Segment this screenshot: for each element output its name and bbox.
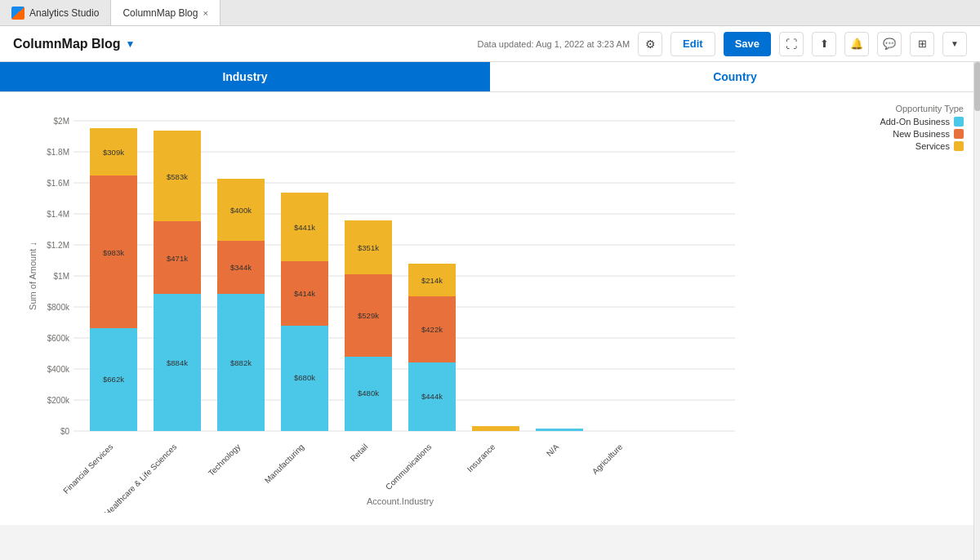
close-icon[interactable]: ×: [203, 8, 207, 18]
svg-text:$400k: $400k: [47, 365, 70, 374]
svg-text:Insurance: Insurance: [466, 442, 497, 473]
y-axis-label: Sum of Amount ↓: [28, 242, 38, 310]
main-content: Industry Country Opportunity Type Add-On…: [0, 62, 980, 525]
svg-text:$414k: $414k: [294, 289, 315, 298]
tab-country[interactable]: Country: [490, 62, 980, 91]
scrollbar-thumb[interactable]: [974, 62, 980, 111]
svg-text:$351k: $351k: [358, 243, 379, 252]
svg-text:Communications: Communications: [384, 442, 433, 491]
svg-text:Technology: Technology: [207, 442, 243, 478]
legend-item-services: Services: [880, 141, 964, 151]
dropdown-icon[interactable]: ▼: [126, 38, 136, 50]
svg-text:$600k: $600k: [47, 334, 70, 343]
svg-text:$309k: $309k: [103, 148, 124, 157]
svg-text:$400k: $400k: [230, 206, 252, 215]
legend-label-services: Services: [915, 141, 950, 151]
tab-bar: Analytics Studio ColumnMap Blog ×: [0, 0, 980, 26]
svg-text:$680k: $680k: [294, 373, 315, 382]
chat-icon: 💬: [883, 38, 896, 50]
share-icon: ⬆: [820, 38, 829, 50]
app-tab-label: Analytics Studio: [29, 7, 99, 19]
page-title: ColumnMap Blog: [13, 37, 121, 51]
svg-text:$214k: $214k: [421, 276, 443, 285]
grid-icon: ⊞: [918, 38, 927, 50]
bar-communications[interactable]: $444k $422k $214k Communications: [384, 264, 456, 491]
svg-text:$1.4M: $1.4M: [47, 210, 69, 219]
save-button[interactable]: Save: [724, 32, 771, 56]
expand-button[interactable]: ⛶: [779, 32, 804, 56]
svg-text:N/A: N/A: [545, 442, 561, 458]
svg-text:$1.2M: $1.2M: [47, 241, 69, 250]
scrollbar[interactable]: [973, 62, 980, 525]
svg-text:$800k: $800k: [47, 303, 70, 312]
legend-title: Opportunity Type: [880, 104, 964, 113]
bar-na[interactable]: N/A: [536, 429, 583, 458]
bar-chart-svg: $0 $200k $400k $600k $800k $1M $1.2M: [24, 104, 882, 513]
chat-button[interactable]: 💬: [877, 32, 902, 56]
svg-text:$2M: $2M: [54, 117, 69, 126]
edit-button[interactable]: Edit: [670, 32, 715, 56]
header-right: Data updated: Aug 1, 2022 at 3:23 AM ⚙ E…: [478, 32, 967, 56]
svg-text:$1.8M: $1.8M: [47, 148, 69, 157]
legend-color-new: [954, 129, 964, 139]
svg-text:$480k: $480k: [358, 389, 379, 398]
svg-text:$583k: $583k: [167, 172, 188, 181]
settings-button[interactable]: ⚙: [638, 32, 662, 56]
svg-text:Healthcare & Life Sciences: Healthcare & Life Sciences: [103, 442, 179, 513]
svg-text:$1M: $1M: [54, 272, 69, 281]
settings-icon: ⚙: [645, 38, 656, 51]
svg-text:$344k: $344k: [230, 263, 252, 272]
svg-text:$983k: $983k: [103, 248, 124, 257]
legend-item-new: New Business: [880, 129, 964, 139]
svg-text:$882k: $882k: [230, 358, 252, 367]
svg-text:Manufacturing: Manufacturing: [263, 442, 306, 486]
app-tab[interactable]: Analytics Studio: [0, 0, 111, 25]
header-left: ColumnMap Blog ▼: [13, 37, 135, 51]
svg-rect-66: [536, 429, 583, 431]
svg-text:Agriculture: Agriculture: [590, 442, 625, 476]
legend-label-new: New Business: [893, 129, 950, 139]
bar-technology[interactable]: $882k $344k $400k Technology: [207, 179, 265, 478]
tab-industry[interactable]: Industry: [0, 62, 490, 91]
legend: Opportunity Type Add-On Business New Bus…: [880, 104, 964, 153]
svg-text:$0: $0: [60, 427, 70, 436]
bar-agriculture[interactable]: Agriculture: [590, 442, 625, 476]
legend-label-addon: Add-On Business: [880, 117, 950, 127]
data-updated-label: Data updated: Aug 1, 2022 at 3:23 AM: [478, 39, 630, 49]
legend-color-services: [954, 141, 964, 151]
app-icon: [11, 7, 24, 20]
svg-text:$884k: $884k: [167, 358, 188, 367]
svg-text:$662k: $662k: [103, 375, 124, 384]
page-tab-label: ColumnMap Blog: [122, 7, 198, 19]
svg-text:$441k: $441k: [294, 223, 315, 232]
chart-area: Opportunity Type Add-On Business New Bus…: [0, 92, 980, 525]
svg-rect-64: [472, 426, 519, 431]
svg-text:$200k: $200k: [47, 396, 70, 405]
chart-tabs: Industry Country: [0, 62, 980, 92]
x-axis-label: Account.Industry: [367, 496, 434, 506]
svg-text:$444k: $444k: [421, 392, 443, 401]
expand-icon: ⛶: [786, 38, 797, 51]
bell-icon: 🔔: [850, 38, 863, 50]
svg-text:$529k: $529k: [358, 311, 379, 320]
svg-text:$422k: $422k: [421, 325, 443, 334]
grid-button[interactable]: ⊞: [910, 32, 934, 56]
svg-text:$471k: $471k: [167, 254, 188, 263]
legend-color-addon: [954, 117, 964, 127]
legend-item-addon: Add-On Business: [880, 117, 964, 127]
bell-button[interactable]: 🔔: [844, 32, 869, 56]
bar-manufacturing[interactable]: $680k $414k $441k Manufacturing: [263, 193, 328, 485]
svg-text:Financial Services: Financial Services: [61, 442, 114, 496]
bar-retail[interactable]: $480k $529k $351k Retail: [345, 220, 392, 464]
share-button[interactable]: ⬆: [812, 32, 836, 56]
more-button[interactable]: ▼: [942, 32, 967, 56]
page-tab[interactable]: ColumnMap Blog ×: [111, 0, 220, 25]
svg-text:Retail: Retail: [349, 442, 370, 464]
header-bar: ColumnMap Blog ▼ Data updated: Aug 1, 20…: [0, 26, 980, 62]
bar-financial-services[interactable]: $662k $983k $309k Financial Services: [61, 128, 137, 496]
svg-text:$1.6M: $1.6M: [47, 179, 69, 188]
bar-insurance[interactable]: Insurance: [466, 426, 519, 473]
